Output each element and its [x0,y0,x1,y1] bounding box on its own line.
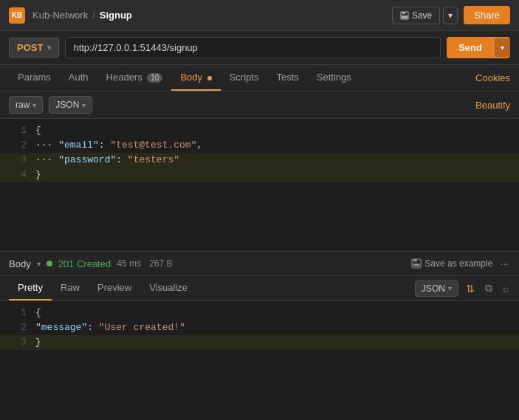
resp-tab-raw[interactable]: Raw [52,276,89,300]
more-options-button[interactable]: ··· [498,256,510,271]
resp-code-line-3: 3 } [0,335,519,350]
svg-rect-4 [413,259,417,262]
format-raw-select[interactable]: raw ▾ [9,96,43,114]
request-body-editor[interactable]: 1 { 2 ··· "email": "test@test.com", 3 ··… [0,119,519,252]
tab-scripts[interactable]: Scripts [221,65,268,91]
search-icon[interactable]: ⌕ [501,281,510,296]
status-dot-indicator [47,261,52,266]
svg-rect-1 [402,12,405,14]
tab-params[interactable]: Params [9,65,60,91]
resp-tab-visualize[interactable]: Visualize [140,276,196,300]
code-line-3: 3 ··· "password": "testers" [0,153,519,168]
response-format-arrow-icon: ▾ [448,284,452,292]
share-button[interactable]: Share [464,6,510,24]
resp-code-line-1: 1 { [0,306,519,320]
tab-body[interactable]: Body [171,65,220,91]
response-time: 45 ms [117,258,141,269]
format-json-select[interactable]: JSON ▾ [49,96,92,114]
tab-headers[interactable]: Headers 10 [97,65,172,91]
top-actions: Save ▾ Share [392,6,510,24]
response-format-select[interactable]: JSON ▾ [415,280,458,297]
svg-rect-5 [413,264,420,266]
body-toolbar: raw ▾ JSON ▾ Beautify [0,92,519,119]
tab-tests[interactable]: Tests [267,65,307,91]
filter-icon[interactable]: ⇅ [464,281,476,296]
response-icons: ⇅ ⧉ ⌕ [464,280,510,296]
svg-rect-2 [402,16,408,18]
code-line-4: 4 } [0,168,519,182]
body-dot-indicator [207,76,212,80]
url-input[interactable] [65,37,441,58]
resp-code-line-2: 2 "message": "User created!" [0,320,519,335]
code-line-2: 2 ··· "email": "test@test.com", [0,138,519,153]
method-arrow-icon: ▾ [47,44,51,52]
response-label: Body [9,258,31,269]
response-tabs: Pretty Raw Preview Visualize JSON ▾ ⇅ ⧉ … [0,276,519,301]
response-size: 267 B [149,258,172,269]
response-body-editor[interactable]: 1 { 2 "message": "User created!" 3 } [0,301,519,368]
project-name[interactable]: Kub-Network [32,10,88,21]
headers-badge: 10 [147,73,162,83]
response-bar: Body ▾ 201 Created 45 ms 267 B Save as e… [0,252,519,276]
cookies-button[interactable]: Cookies [475,66,510,90]
send-dropdown-button[interactable]: ▾ [494,38,510,57]
response-actions: Save as example ··· [411,256,510,271]
format-json-arrow-icon: ▾ [82,101,86,109]
send-button[interactable]: Send [447,37,494,58]
save-button[interactable]: Save [392,7,440,24]
current-request: Signup [100,10,132,21]
tab-settings[interactable]: Settings [308,65,360,91]
breadcrumb: Kub-Network / Signup [32,10,385,21]
code-line-1: 1 { [0,123,519,138]
save-example-icon [411,258,422,269]
resp-tab-preview[interactable]: Preview [89,276,140,300]
url-bar: POST ▾ Send ▾ [0,31,519,65]
copy-icon[interactable]: ⧉ [484,280,494,296]
response-meta: 45 ms 267 B [117,258,178,269]
method-select[interactable]: POST ▾ [9,38,59,58]
save-icon [400,11,409,20]
save-dropdown-button[interactable]: ▾ [443,7,458,24]
save-example-button[interactable]: Save as example [411,258,492,269]
resp-tab-pretty[interactable]: Pretty [9,276,52,300]
tab-auth[interactable]: Auth [60,65,97,91]
status-code: 201 Created [58,258,111,269]
method-label: POST [17,42,43,53]
breadcrumb-separator: / [92,10,95,21]
format-raw-arrow-icon: ▾ [32,101,36,109]
response-body-arrow-icon[interactable]: ▾ [37,260,41,268]
request-nav-tabs: Params Auth Headers 10 Body Scripts Test… [0,65,519,92]
beautify-button[interactable]: Beautify [475,100,510,111]
send-button-group: Send ▾ [447,37,510,58]
app-logo: KB [9,7,25,24]
top-bar: KB Kub-Network / Signup Save ▾ Share [0,0,519,31]
